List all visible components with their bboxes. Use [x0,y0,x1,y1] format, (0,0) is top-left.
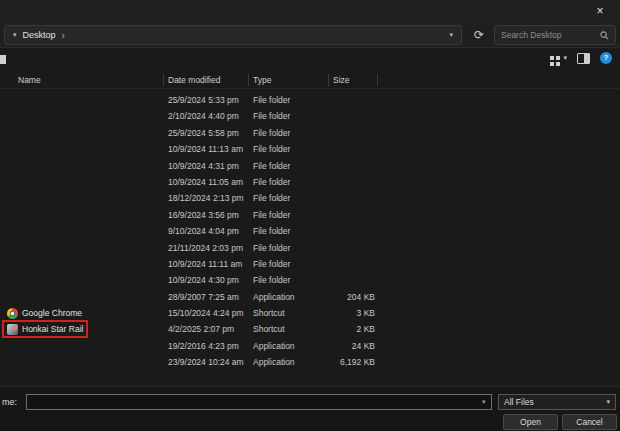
file-name-cell[interactable]: Google Chrome [4,306,85,320]
file-type: File folder [253,177,325,187]
file-type: File folder [253,128,325,138]
chevron-down-icon: ▾ [13,31,17,39]
column-header-size[interactable]: Size [333,75,350,85]
file-row[interactable]: 10/9/2024 11:13 am File folder [0,141,620,157]
help-icon[interactable]: ? [600,52,612,64]
search-icon [600,31,609,40]
file-date: 10/9/2024 11:11 am [168,259,250,269]
file-date: 10/9/2024 11:05 am [168,177,250,187]
close-icon[interactable]: × [580,0,620,22]
file-date: 10/9/2024 4:31 pm [168,161,250,171]
file-type: File folder [253,95,325,105]
file-size: 24 KB [310,341,375,351]
file-date: 19/2/2016 4:23 pm [168,341,250,351]
file-row[interactable]: 19/2/2016 4:23 pm Application 24 KB [0,338,620,354]
file-row[interactable]: 16/9/2024 3:56 pm File folder [0,207,620,223]
file-type: File folder [253,259,325,269]
file-name-cell[interactable]: Honkai Star Rail [4,322,86,336]
file-row[interactable]: 10/9/2024 11:05 am File folder [0,174,620,190]
file-size: 204 KB [310,292,375,302]
file-date: 2/10/2024 4:40 pm [168,111,250,121]
refresh-button[interactable]: ⟳ [468,25,490,45]
filename-history-chevron-icon[interactable]: ▾ [482,398,486,406]
file-date: 25/9/2024 5:58 pm [168,128,250,138]
column-divider[interactable] [328,74,329,86]
file-type: File folder [253,243,325,253]
file-date: 16/9/2024 3:56 pm [168,210,250,220]
file-type: File folder [253,226,325,236]
command-toolbar: ▾ ? [0,49,620,70]
file-date: 9/10/2024 4:04 pm [168,226,250,236]
file-name: Google Chrome [22,308,82,318]
file-row[interactable]: 9/10/2024 4:04 pm File folder [0,223,620,239]
file-date: 10/9/2024 4:30 pm [168,275,250,285]
file-type: File folder [253,144,325,154]
file-size: 3 KB [310,308,375,318]
breadcrumb-desktop[interactable]: Desktop [23,30,56,40]
file-row[interactable]: 10/9/2024 4:31 pm File folder [0,158,620,174]
file-type: File folder [253,161,325,171]
titlebar: × [0,0,620,22]
file-date: 10/9/2024 11:13 am [168,144,250,154]
file-date: 21/11/2024 2:03 pm [168,243,250,253]
grid-view-icon [550,56,554,60]
chrome-icon [7,308,18,319]
file-name: Honkai Star Rail [22,324,83,334]
filename-label: me: [2,397,17,407]
column-divider[interactable] [377,74,378,86]
file-date: 23/9/2024 10:24 am [168,357,250,367]
cancel-button[interactable]: Cancel [562,414,617,430]
file-size: 6,192 KB [310,357,375,367]
search-box[interactable] [494,25,616,45]
chevron-down-icon: ▾ [606,398,610,406]
file-date: 25/9/2024 5:33 pm [168,95,250,105]
file-row[interactable]: 2/10/2024 4:40 pm File folder [0,108,620,124]
file-row[interactable]: 25/9/2024 5:58 pm File folder [0,125,620,141]
file-type-select[interactable]: All Files ▾ [498,394,616,410]
address-bar[interactable]: ▾ Desktop › ▾ [4,25,462,45]
file-date: 4/2/2025 2:07 pm [168,324,250,334]
view-options-button[interactable]: ▾ [550,54,567,62]
open-button[interactable]: Open [503,414,558,430]
breadcrumb-separator-icon: › [62,30,65,41]
filename-input[interactable] [26,394,492,410]
column-header-date-modified[interactable]: Date modified [168,75,220,85]
preview-pane-icon[interactable] [577,53,590,64]
cutoff-toolbar-icon [0,55,6,64]
column-divider[interactable] [163,74,164,86]
file-type: File folder [253,193,325,203]
file-row[interactable]: 28/9/2007 7:25 am Application 204 KB [0,289,620,305]
file-row[interactable]: 25/9/2024 5:33 pm File folder [0,92,620,108]
column-header-name[interactable]: Name [18,75,41,85]
address-history-chevron-icon[interactable]: ▾ [449,31,453,39]
chevron-down-icon: ▾ [563,54,567,62]
file-type: File folder [253,210,325,220]
file-type: File folder [253,111,325,121]
dialog-footer: me: ▾ All Files ▾ Open Cancel [0,386,620,431]
file-type: File folder [253,275,325,285]
file-date: 15/10/2024 4:24 pm [168,308,250,318]
hsr-icon [7,324,18,335]
file-row[interactable]: 10/9/2024 4:30 pm File folder [0,272,620,288]
column-header-row: Name Date modified Type Size [0,72,620,89]
file-row[interactable]: Honkai Star Rail 4/2/2025 2:07 pm Shortc… [0,321,620,337]
column-divider[interactable] [248,74,249,86]
file-type-value: All Files [504,397,534,407]
file-row[interactable]: Google Chrome 15/10/2024 4:24 pm Shortcu… [0,305,620,321]
file-row[interactable]: 18/12/2024 2:13 pm File folder [0,190,620,206]
file-size: 2 KB [310,324,375,334]
file-row[interactable]: 21/11/2024 2:03 pm File folder [0,240,620,256]
file-row[interactable]: 23/9/2024 10:24 am Application 6,192 KB [0,354,620,370]
search-input[interactable] [501,30,596,40]
file-list: 25/9/2024 5:33 pm File folder 2/10/2024 … [0,92,620,374]
file-date: 18/12/2024 2:13 pm [168,193,250,203]
file-date: 28/9/2007 7:25 am [168,292,250,302]
file-row[interactable]: 10/9/2024 11:11 am File folder [0,256,620,272]
column-header-type[interactable]: Type [253,75,271,85]
